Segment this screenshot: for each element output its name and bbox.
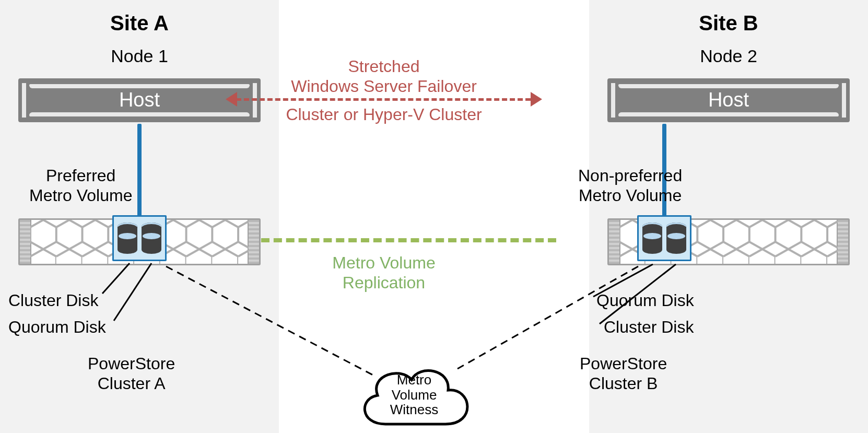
- node-2-label: Node 2: [589, 46, 868, 66]
- disk-icon: [642, 223, 662, 254]
- arrowhead-left-icon: [226, 92, 237, 107]
- host-b-label: Host: [708, 89, 749, 111]
- powerstore-cluster-a-label: PowerStore Cluster A: [88, 354, 175, 394]
- site-a-title: Site A: [0, 11, 279, 35]
- witness-label: Metro Volume Witness: [390, 372, 438, 417]
- stretched-label-1: Stretched: [282, 56, 486, 76]
- metro-volumes-b: [637, 215, 691, 261]
- host-a: Host: [18, 78, 261, 122]
- node-1-label: Node 1: [0, 46, 279, 66]
- quorum-disk-a-label: Quorum Disk: [8, 318, 106, 337]
- stretched-label-2: Windows Server Failover: [282, 76, 486, 96]
- powerstore-cluster-b-label: PowerStore Cluster B: [580, 354, 667, 394]
- metro-replication-link: [261, 238, 556, 242]
- disk-icon: [666, 223, 686, 254]
- nonpreferred-metro-volume-label: Non-preferred Metro Volume: [578, 166, 682, 206]
- host-b: Host: [607, 78, 850, 122]
- metro-volumes-a: [112, 215, 167, 261]
- site-b-title: Site B: [589, 11, 868, 35]
- disk-icon: [118, 223, 137, 254]
- metro-volume-witness-cloud: Metro Volume Witness: [354, 351, 474, 429]
- preferred-metro-volume-label: Preferred Metro Volume: [29, 166, 132, 206]
- host-a-label: Host: [119, 89, 160, 111]
- cluster-disk-a-label: Cluster Disk: [8, 291, 98, 311]
- stretched-label-3: Cluster or Hyper-V Cluster: [282, 104, 486, 124]
- arrowhead-right-icon: [531, 92, 542, 107]
- quorum-disk-b-label: Quorum Disk: [596, 291, 694, 311]
- link-host-a-to-storage: [137, 124, 142, 217]
- cluster-disk-b-label: Cluster Disk: [604, 318, 694, 337]
- disk-icon: [142, 223, 161, 254]
- stretched-cluster-link: [236, 98, 531, 101]
- metro-replication-label: Metro Volume Replication: [311, 253, 457, 293]
